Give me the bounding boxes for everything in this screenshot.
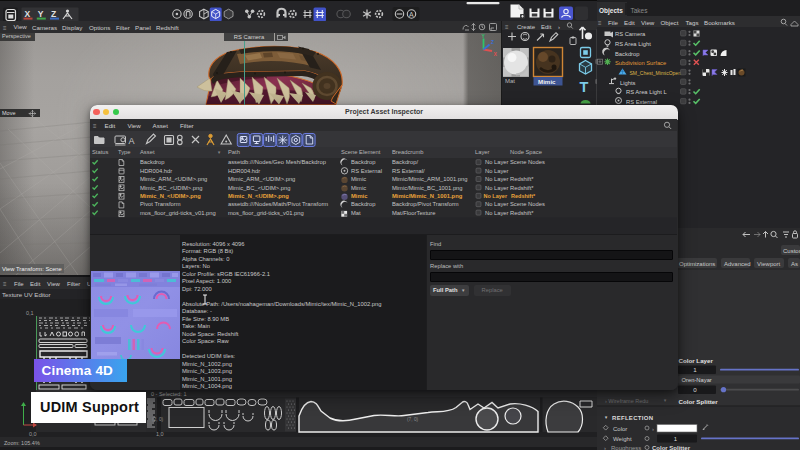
svg-text:Y: Y (38, 9, 44, 19)
svg-text:Mat: Mat (351, 209, 361, 215)
svg-text:Scene Nodes: Scene Nodes (510, 201, 545, 207)
svg-text:SM_Chest_MimicOpen: SM_Chest_MimicOpen (630, 70, 682, 76)
svg-text:Zoom: 105.4%: Zoom: 105.4% (4, 440, 40, 446)
svg-text:≡: ≡ (598, 19, 602, 26)
svg-text:›: › (652, 426, 654, 432)
svg-text:0,0: 0,0 (29, 431, 37, 437)
svg-text:Backdrop: Backdrop (351, 201, 376, 207)
svg-text:Mat: Mat (505, 78, 515, 84)
svg-text:Optimizations: Optimizations (679, 261, 715, 267)
svg-text:Mimic_ARM_<UDIM>.png: Mimic_ARM_<UDIM>.png (228, 176, 295, 182)
svg-text:› Wireframe Redu: › Wireframe Redu (605, 398, 648, 404)
svg-text:Redshift*: Redshift* (510, 184, 534, 190)
svg-text:Mimic/Mimic_BC_1001.png: Mimic/Mimic_BC_1001.png (392, 184, 463, 190)
svg-text:RS Camera: RS Camera (615, 31, 646, 37)
svg-text:assetdb:///Nodes/Geo Mesh/Back: assetdb:///Nodes/Geo Mesh/Backdrop (228, 159, 326, 165)
svg-text:›: › (604, 445, 606, 450)
svg-text:Color: Color (613, 426, 627, 432)
svg-text:A: A (409, 11, 414, 18)
svg-text:A: A (129, 136, 135, 146)
svg-text:Edit: Edit (30, 281, 41, 287)
svg-text:RS External/: RS External/ (392, 167, 425, 173)
svg-text:(2, 0): (2, 0) (152, 417, 164, 422)
svg-text:No Layer: No Layer (485, 209, 509, 215)
svg-text:No Layer: No Layer (485, 159, 509, 165)
svg-text:Mimic_N_<UDIM>.png: Mimic_N_<UDIM>.png (228, 192, 289, 198)
svg-text:Texture UV Editor: Texture UV Editor (2, 291, 51, 298)
svg-text:Mat/FloorTexture: Mat/FloorTexture (392, 209, 436, 215)
svg-text:View: View (641, 19, 655, 26)
svg-text:REFLECTION: REFLECTION (612, 415, 653, 421)
svg-text:Color Splitter: Color Splitter (679, 398, 719, 405)
svg-text:HDR004.hdr: HDR004.hdr (228, 167, 260, 173)
svg-text:Objects: Objects (599, 7, 623, 15)
svg-text:assetdb:///Nodes/Math/Pivot Tr: assetdb:///Nodes/Math/Pivot Transform (228, 201, 328, 207)
svg-text:No Layer: No Layer (485, 176, 509, 182)
svg-text:Z: Z (491, 39, 494, 45)
svg-text:View: View (47, 281, 61, 287)
svg-text:Mimic: Mimic (351, 184, 366, 190)
svg-text:1: 1 (693, 366, 697, 373)
svg-text:Edit: Edit (624, 19, 635, 26)
svg-text:As: As (791, 261, 798, 267)
svg-text:mos_floor_grid-ticks_v01.png: mos_floor_grid-ticks_v01.png (228, 209, 304, 215)
svg-text:Mimic/Mimic_N_1001.png: Mimic/Mimic_N_1001.png (392, 192, 463, 198)
svg-text:Scene Nodes: Scene Nodes (510, 159, 545, 165)
svg-text:RS Area Light L: RS Area Light L (626, 89, 667, 95)
svg-text:X: X (494, 50, 498, 56)
svg-text:X: X (25, 9, 31, 19)
svg-text:Bookmarks: Bookmarks (704, 19, 735, 26)
svg-text:Mimic: Mimic (351, 192, 368, 198)
svg-text:Z: Z (51, 9, 56, 19)
svg-text:≡: ≡ (3, 281, 7, 287)
svg-text:Takes: Takes (631, 7, 649, 14)
svg-text:Weight: Weight (613, 436, 632, 442)
svg-text:T: T (580, 79, 589, 95)
svg-text:Color Layer: Color Layer (679, 357, 714, 364)
svg-text:Tags: Tags (686, 19, 699, 26)
svg-text:0,1: 0,1 (26, 310, 34, 316)
svg-text:(7, 0): (7, 0) (407, 417, 419, 422)
svg-text:Filter: Filter (67, 281, 80, 287)
svg-text:Mimic_ARM_<UDIM>.png: Mimic_ARM_<UDIM>.png (140, 176, 207, 182)
svg-text:Viewport: Viewport (757, 261, 781, 267)
svg-text:Roughness: Roughness (611, 445, 641, 450)
svg-text:Redshift*: Redshift* (510, 209, 534, 215)
svg-text:Object: Object (661, 19, 679, 26)
svg-text:Y: Y (482, 34, 486, 39)
svg-text:▼: ▼ (604, 415, 608, 420)
svg-text:Backdrop: Backdrop (615, 51, 640, 57)
svg-text:Mimic: Mimic (538, 78, 556, 85)
svg-text:Backdrop/Pivot Transform: Backdrop/Pivot Transform (392, 201, 459, 207)
svg-text:No Layer: No Layer (485, 167, 509, 173)
svg-text:Lights: Lights (620, 80, 636, 86)
svg-text:Mimic_N_<UDIM>.png: Mimic_N_<UDIM>.png (140, 192, 201, 198)
svg-text:Backdrop: Backdrop (140, 159, 165, 165)
svg-text:Mimic/Mimic_ARM_1001.png: Mimic/Mimic_ARM_1001.png (392, 176, 467, 182)
svg-text:Subdivision Surface: Subdivision Surface (615, 60, 666, 66)
svg-text:File: File (608, 19, 619, 26)
svg-text:Mimic: Mimic (351, 176, 366, 182)
svg-text:Mimic_BC_<UDIM>.png: Mimic_BC_<UDIM>.png (140, 184, 203, 190)
svg-text:Backdrop: Backdrop (351, 159, 376, 165)
svg-text:Color Splitter: Color Splitter (652, 445, 691, 450)
svg-text:No Layer: No Layer (484, 192, 508, 198)
svg-text:Redshift*: Redshift* (510, 176, 534, 182)
svg-text:RS Area Light: RS Area Light (615, 41, 651, 47)
svg-text:1,0: 1,0 (156, 431, 164, 437)
svg-text:No Layer: No Layer (485, 184, 509, 190)
svg-text:0: 0 (693, 386, 697, 393)
svg-text:Advanced: Advanced (724, 261, 751, 267)
svg-text:Oren-Nayar: Oren-Nayar (682, 377, 712, 383)
svg-text:0 - Selected: 1: 0 - Selected: 1 (151, 391, 186, 397)
svg-text:No Layer: No Layer (485, 201, 509, 207)
svg-text:Redshift*: Redshift* (511, 192, 536, 198)
svg-text:mos_floor_grid-ticks_v01.png: mos_floor_grid-ticks_v01.png (140, 209, 216, 215)
svg-text:Backdrop/: Backdrop/ (392, 159, 418, 165)
svg-text:File: File (14, 281, 24, 287)
svg-text:Custom: Custom (783, 248, 800, 254)
svg-text:HDR004.hdr: HDR004.hdr (140, 167, 172, 173)
svg-text:RS External: RS External (351, 167, 382, 173)
svg-text:Mimic_BC_<UDIM>.png: Mimic_BC_<UDIM>.png (228, 184, 291, 190)
svg-text:▼: ▼ (663, 398, 667, 403)
